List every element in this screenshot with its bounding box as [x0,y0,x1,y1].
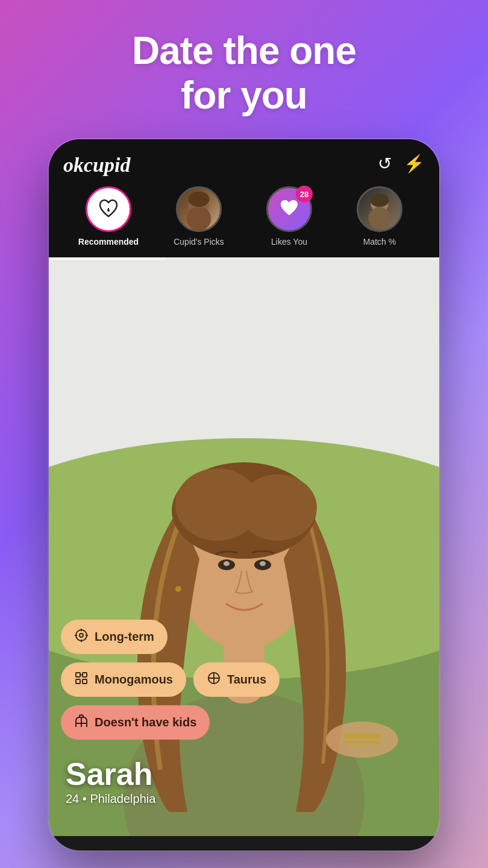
tab-match-label: Match % [363,237,396,247]
svg-point-4 [189,192,210,207]
svg-point-28 [80,634,83,637]
tab-cupids-picks[interactable]: Cupid's Picks [154,186,244,247]
tab-cupids-picks-avatar [176,186,222,232]
tab-cupids-picks-label: Cupid's Picks [174,237,224,247]
tab-likes-you-label: Likes You [271,237,307,247]
tag-row-3: Doesn't have kids [61,705,427,740]
headline: Date the one for you [132,29,356,118]
svg-point-7 [370,193,389,207]
page-wrapper: Date the one for you okcupid ↺ ⚡ [0,0,488,868]
tag-taurus: Taurus [193,662,280,697]
tab-recommended-avatar [86,186,131,232]
person-location: Philadelphia [90,792,155,805]
svg-rect-33 [76,673,80,677]
headline-line1: Date the one [132,29,356,72]
phone-header: okcupid ↺ ⚡ [63,150,425,177]
profile-photo [49,257,439,836]
profile-card[interactable]: Long-term [49,257,439,836]
person-age: 24 [66,792,79,805]
likes-you-badge: 28 [296,186,313,203]
tab-recommended-label: Recommended [78,237,139,247]
svg-rect-36 [83,679,87,684]
headline-line2: for you [181,74,307,117]
long-term-icon [74,628,89,646]
phone-top-bar: okcupid ↺ ⚡ [49,139,439,257]
tag-taurus-label: Taurus [227,673,266,687]
app-logo: okcupid [63,150,148,177]
tag-monogamous-label: Monogamous [95,673,173,687]
svg-text:okcupid: okcupid [63,154,131,176]
tab-match-pct[interactable]: Match % [334,186,425,247]
progress-bar [49,257,439,260]
boost-button[interactable]: ⚡ [404,154,425,174]
tag-long-term-label: Long-term [95,630,154,644]
no-kids-icon [74,714,89,731]
svg-point-21 [224,561,230,566]
phone-frame: okcupid ↺ ⚡ [49,139,439,851]
tag-row-2: Monogamous Taurus [61,662,427,697]
tab-likes-you-avatar: 28 [266,186,312,232]
person-details: 24 • Philadelphia [66,792,155,806]
svg-point-8 [369,207,391,230]
svg-rect-35 [76,679,80,684]
navigation-tabs: Recommended Cupid's Picks [63,186,425,249]
svg-rect-34 [83,673,87,677]
tag-no-kids: Doesn't have kids [61,705,210,740]
svg-point-27 [76,630,87,641]
person-info: Sarah 24 • Philadelphia [66,758,155,806]
refresh-button[interactable]: ↺ [378,154,392,174]
tab-match-avatar [357,186,402,232]
svg-point-18 [239,474,317,541]
tab-likes-you[interactable]: 28 Likes You [244,186,334,247]
monogamous-icon [74,671,89,688]
tag-monogamous: Monogamous [61,662,186,697]
tag-row-1: Long-term [61,620,427,654]
profile-tags: Long-term [49,620,439,740]
svg-rect-26 [344,741,380,744]
tag-long-term: Long-term [61,620,167,654]
progress-bar-fill [49,257,166,260]
tab-recommended[interactable]: Recommended [63,186,154,247]
svg-point-5 [187,207,211,231]
svg-point-22 [260,561,266,566]
header-actions: ↺ ⚡ [378,154,425,174]
person-name: Sarah [66,758,155,790]
tag-no-kids-label: Doesn't have kids [95,715,196,729]
taurus-icon [207,671,221,688]
person-separator: • [83,792,90,805]
svg-point-23 [175,586,181,592]
